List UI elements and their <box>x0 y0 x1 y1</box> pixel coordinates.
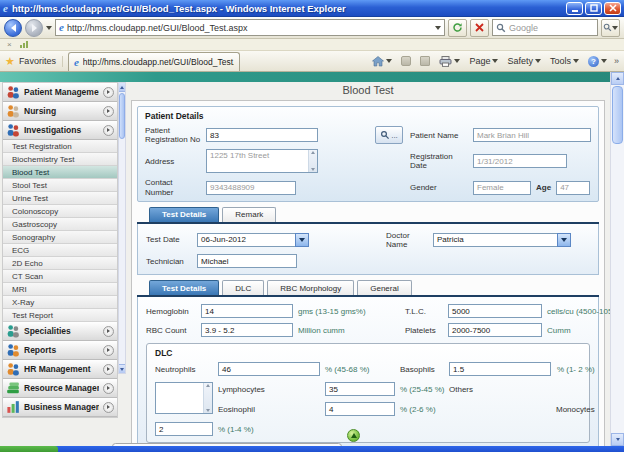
minimize-button[interactable] <box>566 2 583 15</box>
sidebar-section-specialities[interactable]: Specialities <box>3 322 117 341</box>
expand-button[interactable] <box>103 383 114 394</box>
textarea-scrollbar[interactable] <box>308 150 317 172</box>
address-dropdown-icon[interactable] <box>435 26 441 30</box>
sidebar-scrollbar[interactable] <box>118 82 126 374</box>
scroll-to-top-button[interactable] <box>347 429 360 442</box>
tab-general[interactable]: General <box>357 280 411 295</box>
search-options-icon[interactable] <box>612 26 618 30</box>
sidebar-section-patient-management[interactable]: Patient Management <box>3 83 117 102</box>
back-button[interactable] <box>4 19 22 37</box>
doctor-name-select[interactable]: Patricia <box>433 233 571 247</box>
sidebar-item-test-registration[interactable]: Test Registration <box>3 140 117 153</box>
chevron-down-icon[interactable] <box>557 233 571 247</box>
chevron-down-icon[interactable] <box>295 233 309 247</box>
collapse-button[interactable] <box>103 125 114 136</box>
stop-button[interactable] <box>470 19 489 37</box>
sidebar-item-ecg[interactable]: ECG <box>3 244 117 257</box>
browser-vertical-scrollbar[interactable] <box>610 72 624 446</box>
sidebar-section-business-management[interactable]: Business Management <box>3 398 117 417</box>
safety-menu[interactable]: Safety <box>505 55 543 67</box>
expand-button[interactable] <box>103 106 114 117</box>
tlc-input[interactable]: 5000 <box>448 304 542 318</box>
tools-menu[interactable]: Tools <box>548 55 581 67</box>
sidebar-item-x-ray[interactable]: X-Ray <box>3 296 117 309</box>
monocytes-input[interactable]: 2 <box>155 422 213 436</box>
scrollbar-thumb[interactable] <box>119 93 125 139</box>
expand-button[interactable] <box>103 345 114 356</box>
test-date-picker[interactable]: 06-Jun-2012 <box>197 233 309 247</box>
basophils-input[interactable]: 1.5 <box>449 362 551 376</box>
sidebar-item-blood-test[interactable]: Blood Test <box>3 166 117 179</box>
contact-input[interactable]: 9343488909 <box>206 181 296 195</box>
tab-dlc[interactable]: DLC <box>222 280 264 295</box>
forward-button[interactable] <box>25 19 43 37</box>
reg-date-input[interactable]: 1/31/2012 <box>473 154 567 168</box>
tab-result-test-details[interactable]: Test Details <box>149 280 219 295</box>
expand-button[interactable] <box>103 364 114 375</box>
reg-no-input[interactable]: 83 <box>206 128 318 142</box>
home-button[interactable] <box>370 55 394 68</box>
sidebar-item-biochemistry-test[interactable]: Biochemistry Test <box>3 153 117 166</box>
scroll-up-icon[interactable] <box>206 384 210 387</box>
start-button[interactable] <box>0 446 58 452</box>
scroll-up-icon[interactable] <box>611 72 624 85</box>
windows-taskbar[interactable] <box>0 446 624 452</box>
platelets-input[interactable]: 2000-7500 <box>448 323 542 337</box>
sidebar-item-sonography[interactable]: Sonography <box>3 231 117 244</box>
search-input[interactable]: Google <box>492 19 598 36</box>
textarea-scrollbar[interactable] <box>203 383 212 413</box>
scroll-down-icon[interactable] <box>206 409 210 412</box>
sidebar-section-investigations[interactable]: Investigations <box>3 121 117 140</box>
sidebar-section-hr-management[interactable]: HR Management <box>3 360 117 379</box>
sidebar-item-test-report[interactable]: Test Report <box>3 309 117 322</box>
rbc-count-input[interactable]: 3.9 - 5.2 <box>201 323 293 337</box>
eosinophil-input[interactable]: 4 <box>325 402 395 416</box>
expand-button[interactable] <box>103 87 114 98</box>
sidebar-item-2d-echo[interactable]: 2D Echo <box>3 257 117 270</box>
scroll-up-icon[interactable] <box>119 83 125 92</box>
search-go-button[interactable] <box>601 19 620 37</box>
expand-button[interactable] <box>103 402 114 413</box>
scroll-down-icon[interactable] <box>611 433 624 446</box>
scroll-down-icon[interactable] <box>119 364 125 373</box>
gender-input[interactable]: Female <box>473 181 531 195</box>
feeds-button[interactable] <box>399 54 413 68</box>
sidebar-section-reports[interactable]: Reports <box>3 341 117 360</box>
close-button[interactable] <box>604 2 621 15</box>
patient-name-input[interactable]: Mark Brian Hill <box>473 128 591 142</box>
read-mail-button[interactable] <box>418 54 432 68</box>
technician-input[interactable]: Michael <box>197 254 297 268</box>
sidebar-item-urine-test[interactable]: Urine Test <box>3 192 117 205</box>
scroll-up-icon[interactable] <box>311 151 315 154</box>
tab-test-details[interactable]: Test Details <box>149 207 219 222</box>
sidebar-section-nursing[interactable]: Nursing <box>3 102 117 121</box>
age-input[interactable]: 47 <box>556 181 590 195</box>
lymphocytes-input[interactable]: 35 <box>325 382 395 396</box>
sidebar-item-ct-scan[interactable]: CT Scan <box>3 270 117 283</box>
address-input[interactable]: 1225 17th Street <box>206 149 318 173</box>
sidebar-item-colonoscopy[interactable]: Colonoscopy <box>3 205 117 218</box>
help-menu[interactable]: ? <box>586 55 609 68</box>
tab-remark[interactable]: Remark <box>222 207 276 222</box>
sidebar-item-mri[interactable]: MRI <box>3 283 117 296</box>
tab-rbc-morphology[interactable]: RBC Morphology <box>267 280 354 295</box>
neutrophils-input[interactable]: 46 <box>218 362 320 376</box>
expand-button[interactable] <box>103 326 114 337</box>
addon-close-button[interactable]: × <box>7 40 12 49</box>
page-menu[interactable]: Page <box>467 55 500 67</box>
scrollbar-thumb[interactable] <box>612 86 623 144</box>
print-button[interactable] <box>437 55 462 68</box>
favorites-button[interactable]: ★ Favorites <box>5 56 63 67</box>
hemoglobin-input[interactable]: 14 <box>201 304 293 318</box>
patient-search-button[interactable]: ... <box>375 126 403 144</box>
scroll-down-icon[interactable] <box>311 168 315 171</box>
others-input[interactable] <box>155 382 213 414</box>
sidebar-item-gastroscopy[interactable]: Gastroscopy <box>3 218 117 231</box>
history-dropdown-icon[interactable] <box>46 26 52 30</box>
maximize-button[interactable] <box>585 2 602 15</box>
sidebar-section-resource-management[interactable]: Resource Management <box>3 379 117 398</box>
sidebar-item-stool-test[interactable]: Stool Test <box>3 179 117 192</box>
browser-tab[interactable]: e http://hms.cloudapp.net/GUI/Blood_Test… <box>68 52 240 71</box>
address-input[interactable]: e http://hms.cloudapp.net/GUI/Blood_Test… <box>55 19 445 36</box>
refresh-button[interactable] <box>448 19 467 37</box>
